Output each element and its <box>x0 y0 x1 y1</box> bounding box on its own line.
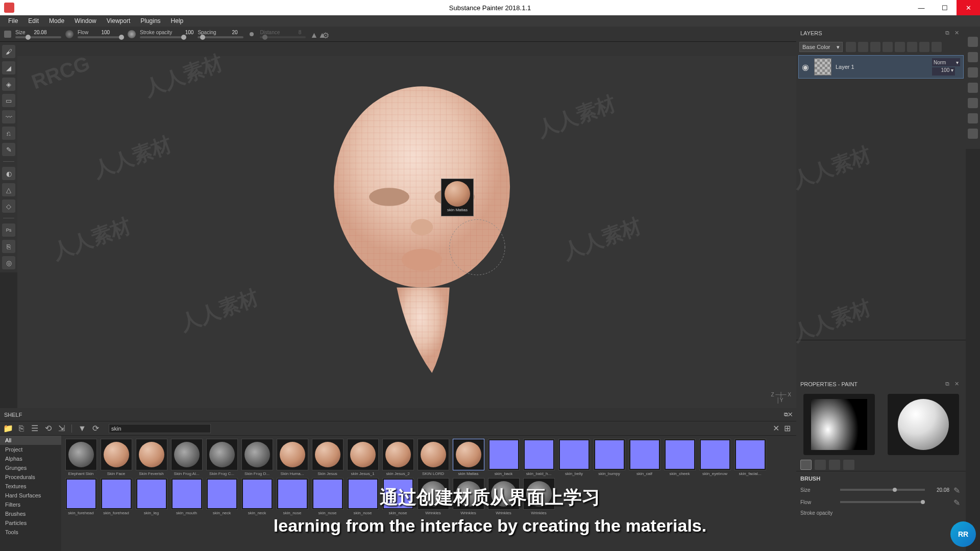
shelf-item[interactable]: skin_nose <box>346 478 379 515</box>
viewer-settings-icon[interactable] <box>968 98 978 108</box>
size-slider[interactable] <box>15 36 61 38</box>
refresh-icon[interactable]: ⟳ <box>90 423 101 434</box>
shelf-cat-tools[interactable]: Tools <box>0 528 61 537</box>
maximize-button[interactable]: ☐ <box>933 0 957 15</box>
pressure-icon[interactable]: ✎ <box>953 498 962 506</box>
shelf-search-input[interactable] <box>109 424 211 433</box>
stroke-opacity-slider[interactable] <box>140 36 186 38</box>
undock-icon[interactable]: ⧉ <box>945 381 952 388</box>
shelf-item[interactable]: skin_bumpy <box>593 439 626 476</box>
close-panel-icon[interactable]: ✕ <box>788 411 792 417</box>
shelf-cat-brushes[interactable]: Brushes <box>0 509 61 518</box>
shelf-item[interactable]: skin_eyebrow <box>698 439 731 476</box>
add-group-icon[interactable] <box>895 42 905 52</box>
undock-icon[interactable]: ⧉ <box>945 30 952 37</box>
clear-search-icon[interactable]: ✕ <box>771 423 781 434</box>
quick-mask-tool[interactable]: ◐ <box>2 167 15 180</box>
shelf-item[interactable]: skin_nose <box>276 478 309 515</box>
shelf-item[interactable]: skin Matias <box>452 439 485 476</box>
texture-set-list-icon[interactable] <box>968 37 978 47</box>
link-icon[interactable]: ⟲ <box>43 423 53 434</box>
visibility-icon[interactable]: ◉ <box>802 62 810 72</box>
menu-help[interactable]: Help <box>166 17 189 24</box>
projection-tool[interactable]: ◈ <box>2 78 15 91</box>
flow-value[interactable]: 100 <box>91 30 110 35</box>
clone-tool[interactable]: ⎌ <box>2 127 15 140</box>
shelf-item[interactable]: skin_neck <box>205 478 238 515</box>
shelf-item[interactable]: Skin Feverish <box>135 439 168 476</box>
shelf-item[interactable]: skin_mouth <box>170 478 203 515</box>
add-effect-icon[interactable] <box>846 42 856 52</box>
shelf-item[interactable]: skin_bald_h... <box>522 439 555 476</box>
alpha-tab[interactable] <box>815 460 826 470</box>
resources-icon[interactable]: ◎ <box>2 256 15 269</box>
folder-icon[interactable]: 📁 <box>3 423 13 434</box>
close-button[interactable]: ✕ <box>957 0 980 15</box>
shelf-item[interactable]: Skin Jesus <box>311 439 344 476</box>
baking-icon[interactable]: △ <box>2 183 15 196</box>
layer-row[interactable]: ◉ Layer 1 Norm▾ 100 ▾ <box>798 55 964 79</box>
material-preview[interactable] <box>888 394 959 455</box>
shelf-cat-textures[interactable]: Textures <box>0 482 61 491</box>
shelf-cat-filters[interactable]: Filters <box>0 500 61 509</box>
shelf-item[interactable]: skin_back <box>487 439 520 476</box>
3d-viewport[interactable]: skin Matias Z ─┼─ X │Y <box>17 56 796 408</box>
size-value[interactable]: 20.08 <box>28 30 46 35</box>
shelf-item[interactable]: skin_facial... <box>733 439 767 476</box>
eraser-tool[interactable]: ◢ <box>2 61 15 74</box>
menu-edit[interactable]: Edit <box>23 17 44 24</box>
menu-mode[interactable]: Mode <box>44 17 69 24</box>
polygon-fill-tool[interactable]: ▭ <box>2 94 15 107</box>
shelf-item[interactable]: skin Jesus_1 <box>346 439 379 476</box>
brush-alpha-preview[interactable] <box>803 394 875 455</box>
undock-icon[interactable]: ⧉ <box>784 411 788 417</box>
iray-icon[interactable]: ◇ <box>2 199 15 213</box>
import-icon[interactable]: ⎘ <box>16 423 27 434</box>
shelf-cat-procedurals[interactable]: Procedurals <box>0 472 61 482</box>
shelf-cat-alphas[interactable]: Alphas <box>0 454 61 463</box>
shelf-item[interactable]: skin Jesus_2 <box>381 439 414 476</box>
brush-size-value[interactable]: 20.08 <box>929 487 949 493</box>
shelf-cat-all[interactable]: All <box>0 436 61 445</box>
shelf-item[interactable]: skin_neck <box>240 478 274 515</box>
shelf-cat-grunges[interactable]: Grunges <box>0 463 61 472</box>
shelf-item[interactable]: Skin Huma... <box>276 439 309 476</box>
shelf-item[interactable]: Skin Face <box>100 439 133 476</box>
brush-size-slider[interactable] <box>840 489 925 491</box>
shelf-item[interactable]: Skin Frog D... <box>240 439 274 476</box>
spacing-value[interactable]: 20 <box>219 30 238 35</box>
shelf-item[interactable]: skin_calf <box>628 439 661 476</box>
shelf-cat-hard-surfaces[interactable]: Hard Surfaces <box>0 491 61 500</box>
menu-plugins[interactable]: Plugins <box>135 17 165 24</box>
layer-thumbnail[interactable] <box>814 58 831 76</box>
shelf-item[interactable]: Skin Frog Al... <box>170 439 203 476</box>
layer-opacity[interactable]: 100 ▾ <box>932 67 955 76</box>
add-layer-icon[interactable] <box>870 42 880 52</box>
shelf-item[interactable]: skin_leg <box>135 478 168 515</box>
stencil-tab[interactable] <box>829 460 840 470</box>
close-panel-icon[interactable]: ✕ <box>954 381 962 388</box>
delete-layer-icon[interactable] <box>919 42 929 52</box>
ps-icon[interactable]: Ps <box>2 223 15 237</box>
spacing-slider[interactable] <box>198 36 243 38</box>
more-icon[interactable] <box>932 42 942 52</box>
brush-tab[interactable] <box>800 460 812 470</box>
list-icon[interactable]: ☰ <box>30 423 40 434</box>
shelf-item[interactable]: skin_belly <box>557 439 591 476</box>
shelf-cat-project[interactable]: Project <box>0 445 61 454</box>
shelf-item[interactable]: skin_cheek <box>663 439 696 476</box>
filter-icon[interactable]: ▼ <box>77 423 87 434</box>
export-icon[interactable]: ⎘ <box>2 240 15 253</box>
minimize-button[interactable]: — <box>910 0 933 15</box>
add-fill-icon[interactable] <box>883 42 893 52</box>
symmetry-icon[interactable]: ▲▲ <box>310 31 318 38</box>
layer-name[interactable]: Layer 1 <box>836 64 928 70</box>
shelf-item[interactable]: Elephant Skin <box>64 439 97 476</box>
shelf-item[interactable]: skin_forehead <box>100 478 133 515</box>
settings-icon[interactable]: ⚙ <box>322 31 329 38</box>
history-icon[interactable] <box>968 67 978 78</box>
download-icon[interactable]: ⇲ <box>56 423 66 434</box>
material-picker-tool[interactable]: ✎ <box>2 143 15 156</box>
shelf-cat-particles[interactable]: Particles <box>0 518 61 528</box>
menu-viewport[interactable]: Viewport <box>102 17 135 24</box>
